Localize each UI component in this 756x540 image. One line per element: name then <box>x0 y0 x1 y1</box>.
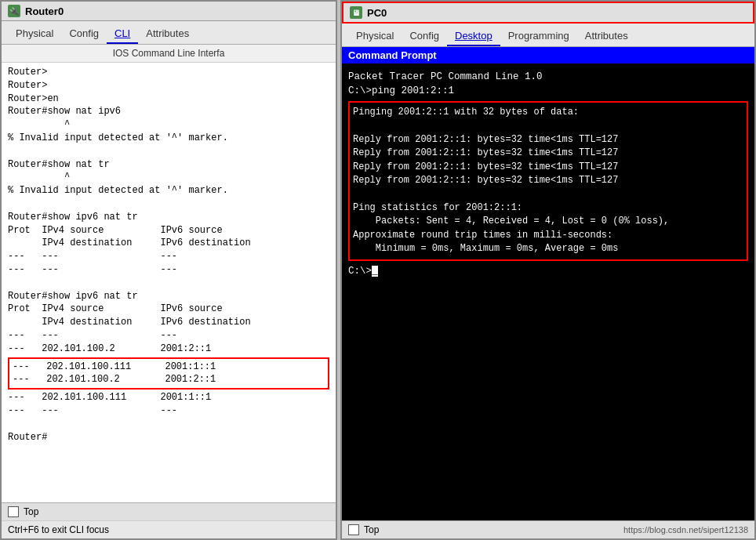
pc0-titlebar: 🖥 PC0 <box>342 2 754 24</box>
pc0-top-label: Top <box>364 524 379 535</box>
tab-attributes-pc[interactable]: Attributes <box>577 27 636 46</box>
ping-output: Pinging 2001:2::1 with 32 bytes of data:… <box>353 106 743 256</box>
command-prompt-bar: Command Prompt <box>342 47 754 63</box>
router0-tab-bar: Physical Config CLI Attributes <box>2 21 336 45</box>
tab-physical-router[interactable]: Physical <box>8 24 61 44</box>
ping-output-box: Pinging 2001:2::1 with 32 bytes of data:… <box>348 101 748 260</box>
router0-panel: 🔌 Router0 Physical Config CLI Attributes… <box>0 0 337 540</box>
pc0-bottom-bar: Top https://blog.csdn.net/sipert12138 <box>342 520 754 538</box>
pc-terminal[interactable]: Packet Tracer PC Command Line 1.0 C:\>pi… <box>342 63 754 520</box>
cli-output-post: --- 202.101.100.111 2001:1::1 --- --- --… <box>8 391 329 444</box>
router0-bottom-bar: Top <box>2 502 336 520</box>
pc-icon: 🖥 <box>350 6 362 19</box>
pc0-tab-bar: Physical Config Desktop Programming Attr… <box>342 24 754 47</box>
terminal-initial-prompt: C:\>ping 2001:2::1 <box>348 84 748 98</box>
router0-title: Router0 <box>25 5 64 17</box>
highlighted-nat-entries: --- 202.101.100.111 2001:1::1 --- 202.10… <box>8 357 329 390</box>
cli-output-pre: Router> Router> Router>en Router#show na… <box>8 66 329 356</box>
tab-physical-pc[interactable]: Physical <box>348 27 402 46</box>
tab-config-router[interactable]: Config <box>61 24 107 44</box>
nat-entry-1: --- 202.101.100.111 2001:1::1 --- 202.10… <box>13 361 325 387</box>
after-ping-prompt: C:\>_ <box>348 264 748 278</box>
pc0-title: PC0 <box>367 7 387 19</box>
router0-top-checkbox[interactable] <box>8 506 19 517</box>
cli-terminal[interactable]: Router> Router> Router>en Router#show na… <box>2 63 336 502</box>
router0-top-label: Top <box>24 506 38 517</box>
pc0-panel: 🖥 PC0 Physical Config Desktop Programmin… <box>340 0 756 540</box>
status-url: https://blog.csdn.net/sipert12138 <box>623 525 748 535</box>
cli-hint: Ctrl+F6 to exit CLI focus <box>2 520 336 538</box>
router-icon: 🔌 <box>8 5 20 17</box>
router0-titlebar: 🔌 Router0 <box>2 2 336 21</box>
tab-programming-pc[interactable]: Programming <box>500 27 577 46</box>
ios-header: IOS Command Line Interfa <box>2 45 336 63</box>
tab-config-pc[interactable]: Config <box>402 27 447 46</box>
router0-content: IOS Command Line Interfa Router> Router>… <box>2 45 336 502</box>
tab-attributes-router[interactable]: Attributes <box>138 24 197 44</box>
tab-cli-router[interactable]: CLI <box>107 24 138 44</box>
tab-desktop-pc[interactable]: Desktop <box>447 27 500 46</box>
pc0-top-checkbox[interactable] <box>348 524 359 535</box>
terminal-intro: Packet Tracer PC Command Line 1.0 <box>348 70 748 84</box>
